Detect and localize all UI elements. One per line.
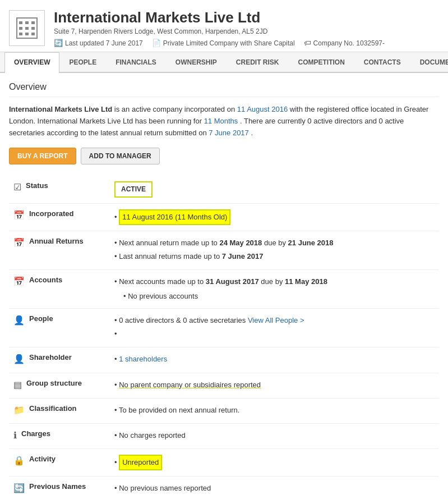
shareholders-link[interactable]: 1 shareholders <box>119 355 167 363</box>
accounts-item-1: Next accounts made up to 31 August 2017 … <box>114 276 435 288</box>
accounts-value: Next accounts made up to 31 August 2017 … <box>110 270 439 309</box>
svg-rect-8 <box>25 33 29 35</box>
page-header: International Markets Live Ltd Suite 7, … <box>0 0 448 52</box>
tab-documents[interactable]: DOCUMENTS <box>410 52 448 72</box>
status-label: Status <box>26 181 48 190</box>
company-name: International Markets Live Ltd <box>54 9 439 26</box>
svg-rect-7 <box>19 33 22 35</box>
activity-value: • Unreported <box>110 448 439 476</box>
annual-returns-icon: 📅 <box>13 237 25 248</box>
people-item-1: 0 active directors & 0 active secretarie… <box>114 314 435 327</box>
company-info: International Markets Live Ltd Suite 7, … <box>54 9 439 47</box>
doc-icon: 📄 <box>152 39 161 47</box>
incorporated-label: Incorporated <box>29 209 73 218</box>
svg-rect-9 <box>31 33 35 35</box>
view-all-people-link[interactable]: View All People > <box>248 316 304 324</box>
company-type: 📄 Private Limited Company with Share Cap… <box>152 39 295 47</box>
activity-icon: 🔒 <box>13 455 25 466</box>
annual-returns-value: Next annual return made up to 24 May 201… <box>110 231 439 269</box>
charges-icon: ℹ <box>13 430 17 441</box>
group-structure-value: No parent company or subsidiaires report… <box>110 373 439 398</box>
overview-table: ☑ Status ACTIVE 📅 Incorporated • 1 <box>9 176 439 499</box>
main-content: Overview International Markets Live Ltd … <box>0 73 448 499</box>
shareholder-row: 👤 Shareholder 1 shareholders <box>9 347 439 373</box>
last-updated: 🔄 Last updated 7 June 2017 <box>54 39 143 47</box>
status-row: ☑ Status ACTIVE <box>9 176 439 203</box>
annual-return-item-2: Last annual returns made up to 7 June 20… <box>114 250 435 263</box>
shareholder-icon: 👤 <box>13 354 25 364</box>
section-title: Overview <box>9 82 439 97</box>
incorporated-row: 📅 Incorporated • 11 August 2016 (11 Mont… <box>9 203 439 231</box>
shareholder-item-1: 1 shareholders <box>114 353 435 365</box>
previous-names-item-1: No previous names reported <box>114 482 435 495</box>
incorporated-value: • 11 August 2016 (11 Months Old) <box>110 203 439 231</box>
charges-item-1: No charges reported <box>114 429 435 442</box>
tab-overview[interactable]: OVERVIEW <box>4 52 59 73</box>
incorporation-date-link[interactable]: 11 August 2016 <box>237 105 288 113</box>
activity-highlight: Unreported <box>119 455 162 470</box>
svg-rect-1 <box>19 21 22 24</box>
status-icon: ☑ <box>13 182 21 193</box>
group-structure-icon: ▤ <box>13 379 22 390</box>
tag-icon: 🏷 <box>304 39 311 47</box>
incorporated-date-highlight: 11 August 2016 (11 Months Old) <box>119 209 230 225</box>
annual-returns-label: Annual Returns <box>29 237 84 245</box>
accounts-no-previous: • No previous accounts <box>114 290 435 303</box>
previous-names-row: 🔄 Previous Names No previous names repor… <box>9 476 439 499</box>
add-to-manager-button[interactable]: ADD TO MANAGER <box>81 148 160 164</box>
tab-people[interactable]: PEOPLE <box>59 52 106 72</box>
company-icon <box>9 10 45 46</box>
people-icon: 👤 <box>13 315 25 326</box>
svg-rect-2 <box>25 21 29 24</box>
people-value: 0 active directors & 0 active secretarie… <box>110 309 439 347</box>
shareholder-label: Shareholder <box>29 353 72 361</box>
charges-value: No charges reported <box>110 423 439 448</box>
charges-row: ℹ Charges No charges reported <box>9 423 439 448</box>
tab-financials[interactable]: FINANCIALS <box>106 52 166 72</box>
classification-icon: 📁 <box>13 405 25 415</box>
svg-rect-5 <box>25 27 29 30</box>
shareholder-value: 1 shareholders <box>110 347 439 373</box>
company-name-inline: International Markets Live Ltd <box>9 105 112 113</box>
status-value: ACTIVE <box>110 176 439 203</box>
company-meta: 🔄 Last updated 7 June 2017 📄 Private Lim… <box>54 39 439 47</box>
annual-returns-row: 📅 Annual Returns Next annual return made… <box>9 231 439 269</box>
accounts-row: 📅 Accounts Next accounts made up to 31 A… <box>9 270 439 309</box>
company-number: 🏷 Company No. 1032597- <box>304 39 385 47</box>
classification-value: To be provided on next annual return. <box>110 398 439 423</box>
accounts-label: Accounts <box>29 276 62 284</box>
return-date-link[interactable]: 7 June 2017 <box>209 129 249 137</box>
classification-item-1: To be provided on next annual return. <box>114 404 435 416</box>
nav-tabs: OVERVIEW PEOPLE FINANCIALS OWNERSHIP CRE… <box>0 52 448 73</box>
charges-label: Charges <box>21 429 50 438</box>
group-structure-row: ▤ Group structure No parent company or s… <box>9 373 439 398</box>
classification-label: Classification <box>29 404 77 413</box>
people-label: People <box>29 314 53 323</box>
group-structure-item-1: No parent company or subsidiaires report… <box>114 379 435 391</box>
company-address: Suite 7, Harpenden Rivers Lodge, West Co… <box>54 28 439 35</box>
activity-label: Activity <box>29 455 56 463</box>
people-row: 👤 People 0 active directors & 0 active s… <box>9 309 439 347</box>
tab-credit-risk[interactable]: CREDIT RISK <box>227 52 289 72</box>
buy-report-button[interactable]: BUY A REPORT <box>9 148 76 164</box>
previous-names-label: Previous Names <box>29 482 86 491</box>
svg-rect-4 <box>19 27 22 30</box>
accounts-icon: 📅 <box>13 276 25 287</box>
svg-rect-6 <box>31 27 35 30</box>
previous-names-value: No previous names reported <box>110 476 439 499</box>
classification-row: 📁 Classification To be provided on next … <box>9 398 439 423</box>
annual-return-item-1: Next annual return made up to 24 May 201… <box>114 237 435 249</box>
overview-description: International Markets Live Ltd is an act… <box>9 104 439 139</box>
tab-ownership[interactable]: OWNERSHIP <box>166 52 227 72</box>
group-structure-label: Group structure <box>26 379 82 387</box>
incorporated-icon: 📅 <box>13 210 25 221</box>
tab-contacts[interactable]: CONTACTS <box>354 52 410 72</box>
running-duration-link[interactable]: 11 Months <box>204 117 238 125</box>
action-buttons: BUY A REPORT ADD TO MANAGER <box>9 148 439 164</box>
people-item-2 <box>114 328 435 340</box>
tab-competition[interactable]: COMPETITION <box>289 52 354 72</box>
previous-names-icon: 🔄 <box>13 483 25 493</box>
status-badge: ACTIVE <box>114 181 153 197</box>
svg-rect-3 <box>31 21 35 24</box>
refresh-icon: 🔄 <box>54 39 63 47</box>
